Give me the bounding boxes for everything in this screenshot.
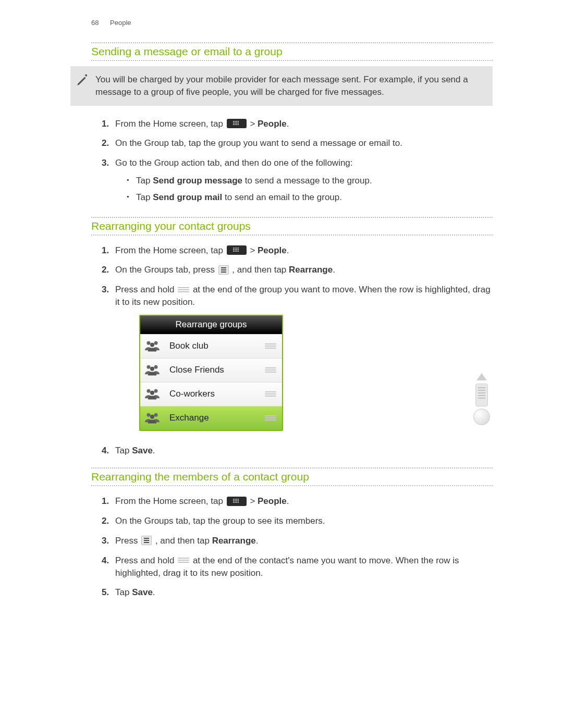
step-item: Press , and then tap Rearrange. — [102, 531, 493, 551]
menu-icon — [218, 265, 229, 275]
group-label: Exchange — [164, 412, 259, 424]
note-text: You will be charged by your mobile provi… — [95, 75, 468, 97]
rearrange-label: Rearrange — [289, 265, 333, 275]
svg-point-1 — [154, 341, 158, 345]
group-icon — [145, 364, 160, 376]
group-row-selected[interactable]: Exchange — [140, 406, 282, 430]
menu-icon — [141, 536, 152, 545]
step-item: From the Home screen, tap > People. — [102, 491, 493, 511]
group-label: Book club — [164, 340, 259, 352]
svg-point-10 — [154, 413, 158, 417]
step-item: Press and hold at the end of the group y… — [102, 280, 493, 440]
drag-handle[interactable] — [259, 391, 282, 397]
steps-list: From the Home screen, tap > People. On t… — [102, 241, 493, 461]
steps-list: From the Home screen, tap > People. On t… — [102, 491, 493, 602]
scroll-indicator — [473, 373, 491, 430]
widget-title: Rearrange groups — [140, 316, 282, 334]
steps-list: From the Home screen, tap > People. On t… — [102, 114, 493, 209]
step-item: Tap Save. — [102, 441, 493, 461]
note-block: You will be charged by your mobile provi… — [70, 66, 493, 106]
step-item: On the Groups tab, tap the group to see … — [102, 511, 493, 531]
group-row[interactable]: Close Friends — [140, 358, 282, 382]
apps-grid-icon — [227, 119, 247, 128]
scroll-knob-icon — [473, 409, 490, 425]
group-row[interactable]: Book club — [140, 334, 282, 358]
step-item: Press and hold at the end of the contact… — [102, 551, 493, 583]
drag-handle-icon — [178, 286, 189, 294]
save-label: Save — [132, 446, 153, 455]
svg-point-8 — [150, 391, 154, 395]
people-label: People — [258, 245, 287, 255]
rearrange-groups-widget: Rearrange groups Book club Close Friends… — [139, 315, 283, 431]
group-label: Co-workers — [164, 388, 259, 400]
section-title: People — [110, 19, 131, 27]
heading-rearrange-members: Rearranging the members of a contact gro… — [91, 467, 493, 486]
arrow-up-icon — [476, 373, 487, 380]
svg-point-11 — [150, 415, 154, 419]
svg-point-3 — [147, 365, 151, 369]
drag-handle[interactable] — [259, 415, 282, 421]
svg-point-4 — [154, 365, 158, 369]
step-item: From the Home screen, tap > People. — [102, 241, 493, 261]
step-item: On the Groups tab, press , and then tap … — [102, 260, 493, 280]
drag-handle[interactable] — [259, 367, 282, 373]
step-item: Tap Save. — [102, 583, 493, 602]
bullet-item: Tap Send group message to send a message… — [127, 172, 493, 189]
svg-point-6 — [147, 389, 151, 393]
rearrange-label: Rearrange — [212, 536, 256, 546]
group-icon — [145, 388, 160, 400]
group-row[interactable]: Co-workers — [140, 382, 282, 406]
page-header: 68 People — [91, 19, 493, 27]
svg-point-5 — [150, 367, 154, 371]
step-item: From the Home screen, tap > People. — [102, 114, 493, 134]
step-item: Go to the Group action tab, and then do … — [102, 153, 493, 209]
apps-grid-icon — [227, 245, 247, 255]
heading-rearrange-groups: Rearranging your contact groups — [91, 217, 493, 236]
pencil-icon — [76, 73, 89, 87]
svg-point-7 — [154, 389, 158, 393]
heading-send-message: Sending a message or email to a group — [91, 42, 493, 61]
svg-point-2 — [150, 343, 154, 347]
apps-grid-icon — [227, 497, 247, 506]
group-label: Close Friends — [164, 364, 259, 376]
group-icon — [145, 412, 160, 424]
svg-point-0 — [147, 341, 151, 345]
drag-handle-icon — [178, 556, 189, 564]
page-number: 68 — [91, 19, 99, 27]
step-item: On the Group tab, tap the group you want… — [102, 133, 493, 153]
people-label: People — [258, 496, 287, 506]
bullet-item: Tap Send group mail to send an email to … — [127, 189, 493, 206]
drag-handle[interactable] — [259, 343, 282, 349]
people-label: People — [258, 119, 287, 129]
svg-point-9 — [147, 413, 151, 417]
group-icon — [145, 340, 160, 352]
save-label: Save — [132, 587, 153, 597]
